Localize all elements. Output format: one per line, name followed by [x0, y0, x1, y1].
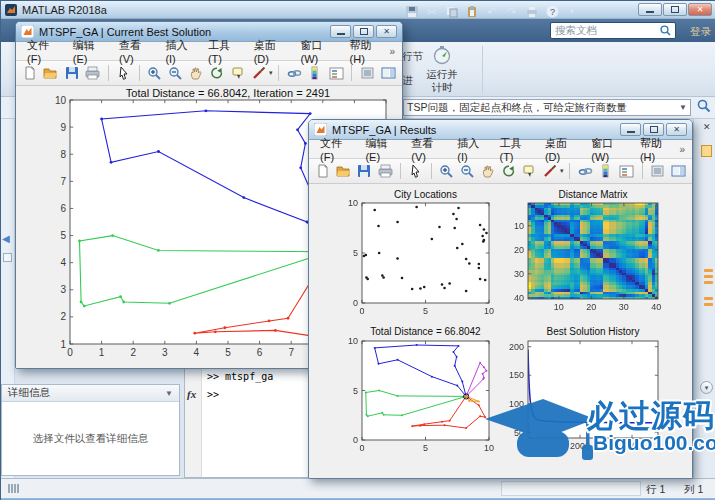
show-plot-tools-icon[interactable] [379, 64, 397, 82]
chevron-down-icon[interactable]: ▾ [565, 4, 579, 19]
hide-plot-tools-icon[interactable] [649, 162, 667, 180]
back-arrow-icon[interactable]: ◀ [2, 233, 10, 244]
scrollbar-marker[interactable] [704, 281, 713, 284]
svg-text:40: 40 [651, 302, 661, 312]
insert-legend-icon[interactable] [618, 162, 636, 180]
figure-window-results[interactable]: MTSPF_GA | Results ✕ 文件(F) 编辑(E) 查看(V) 插… [308, 119, 693, 479]
doc-search-field[interactable]: 搜索文档 [550, 22, 676, 39]
menu-tools[interactable]: 工具(T) [201, 36, 247, 67]
details-panel-header[interactable]: 详细信息 ▼ [2, 385, 179, 402]
scrollbar-marker[interactable] [704, 275, 713, 278]
menu-help[interactable]: 帮助(H) [343, 36, 390, 67]
main-window-title: MATLAB R2018a [22, 4, 107, 16]
collapse-chevron-icon[interactable]: ▼ [165, 389, 173, 398]
insert-colorbar-icon[interactable] [306, 64, 324, 82]
menu-insert[interactable]: 插入(I) [450, 134, 492, 165]
zoom-in-icon[interactable] [146, 64, 164, 82]
document-tab-icon[interactable] [701, 145, 712, 157]
folder-up-icon[interactable] [3, 253, 12, 262]
menu-help[interactable]: 帮助(H) [633, 134, 679, 165]
fx-indicator: fx [187, 388, 196, 400]
brush-icon[interactable] [250, 64, 268, 82]
print-figure-icon[interactable] [376, 162, 394, 180]
scrollbar-marker[interactable] [704, 303, 713, 306]
svg-text:1: 1 [99, 347, 105, 358]
zoom-out-icon[interactable] [458, 162, 476, 180]
svg-text:2: 2 [60, 311, 66, 322]
menu-window[interactable]: 窗口(W) [584, 134, 633, 165]
print-icon[interactable] [525, 4, 539, 19]
pan-hand-icon[interactable] [479, 162, 497, 180]
menu-overflow-icon[interactable]: » [679, 144, 688, 155]
zoom-in-icon[interactable] [438, 162, 456, 180]
brush-caret-icon[interactable]: ▾ [560, 167, 564, 175]
help-icon[interactable]: ? [545, 4, 559, 19]
pointer-tool-icon[interactable] [115, 64, 133, 82]
rotate-3d-icon[interactable] [500, 162, 518, 180]
svg-text:200: 200 [509, 342, 524, 352]
main-close-button[interactable]: ✕ [688, 3, 712, 16]
insert-colorbar-icon[interactable] [597, 162, 615, 180]
fig2-menubar: 文件(F) 编辑(E) 查看(V) 插入(I) 工具(T) 桌面(D) 窗口(W… [309, 140, 692, 159]
data-cursor-icon[interactable] [229, 64, 247, 82]
pan-hand-icon[interactable] [187, 64, 205, 82]
main-minimize-button[interactable] [638, 3, 662, 16]
scrollbar-marker[interactable] [704, 297, 713, 300]
menu-view[interactable]: 查看(V) [404, 134, 450, 165]
svg-text:9: 9 [60, 122, 66, 133]
pointer-tool-icon[interactable] [407, 162, 425, 180]
hide-plot-tools-icon[interactable] [358, 64, 376, 82]
save-figure-icon[interactable] [63, 64, 81, 82]
statusbar-grip-icon[interactable] [8, 484, 19, 493]
zoom-out-icon[interactable] [166, 64, 184, 82]
menu-file[interactable]: 文件(F) [20, 36, 66, 67]
menu-desktop[interactable]: 桌面(D) [247, 36, 294, 67]
print-figure-icon[interactable] [84, 64, 102, 82]
save-icon[interactable] [405, 4, 419, 19]
copy-icon[interactable] [445, 4, 459, 19]
svg-text:7: 7 [288, 347, 294, 358]
save-figure-icon[interactable] [355, 162, 373, 180]
scrollbar-marker[interactable] [704, 269, 713, 272]
open-file-icon[interactable] [335, 162, 353, 180]
link-plot-icon[interactable] [576, 162, 594, 180]
new-figure-icon[interactable] [314, 162, 332, 180]
insert-legend-icon[interactable] [327, 64, 345, 82]
combo-caret-icon[interactable]: ▼ [679, 103, 687, 112]
fig2-axes[interactable]: 0510051010203040102030400510051020004000… [309, 185, 692, 478]
matlab-main-window: MATLAB R2018a ✕ ✂ ↶ ↷ ? ▾ 搜索文档 [0, 0, 715, 500]
menu-desktop[interactable]: 桌面(D) [538, 134, 584, 165]
show-plot-tools-icon[interactable] [669, 162, 687, 180]
fig2-canvas-area[interactable]: City Locations Distance Matrix Total Dis… [309, 185, 692, 478]
paste-icon[interactable] [465, 4, 479, 19]
cut-icon[interactable]: ✂ [425, 4, 439, 19]
menu-file[interactable]: 文件(F) [313, 134, 358, 165]
menu-edit[interactable]: 编辑(E) [358, 134, 404, 165]
menu-tools[interactable]: 工具(T) [492, 134, 537, 165]
redo-icon[interactable]: ↷ [505, 4, 519, 19]
open-file-icon[interactable] [42, 64, 60, 82]
svg-text:4000: 4000 [622, 441, 642, 451]
command-window[interactable]: fx >> mtspf_ga >> [184, 366, 310, 478]
scroll-down-button[interactable]: ▾ [700, 381, 713, 394]
link-plot-icon[interactable] [285, 64, 303, 82]
folder-search-icon[interactable] [697, 99, 711, 113]
brush-icon[interactable] [541, 162, 559, 180]
menu-edit[interactable]: 编辑(E) [66, 36, 112, 67]
data-cursor-icon[interactable] [520, 162, 538, 180]
svg-text:0: 0 [359, 443, 364, 453]
folder-search-combo[interactable]: TSP问题，固定起点和终点，可给定旅行商数量 ▼ [403, 99, 691, 116]
new-figure-icon[interactable] [21, 64, 39, 82]
menu-view[interactable]: 查看(V) [112, 36, 158, 67]
menu-insert[interactable]: 插入(I) [158, 36, 201, 67]
menu-overflow-icon[interactable]: » [389, 46, 398, 57]
menu-window[interactable]: 窗口(W) [294, 36, 343, 67]
details-header-label: 详细信息 [8, 386, 50, 400]
run-and-time-button[interactable]: 运行并 计时 [413, 45, 471, 94]
brush-caret-icon[interactable]: ▾ [269, 69, 273, 77]
sign-in-link[interactable]: 登录 [690, 25, 711, 39]
panel-close-icon[interactable]: ✕ [703, 122, 711, 132]
rotate-3d-icon[interactable] [208, 64, 226, 82]
main-maximize-button[interactable] [663, 3, 687, 16]
undo-icon[interactable]: ↶ [485, 4, 499, 19]
